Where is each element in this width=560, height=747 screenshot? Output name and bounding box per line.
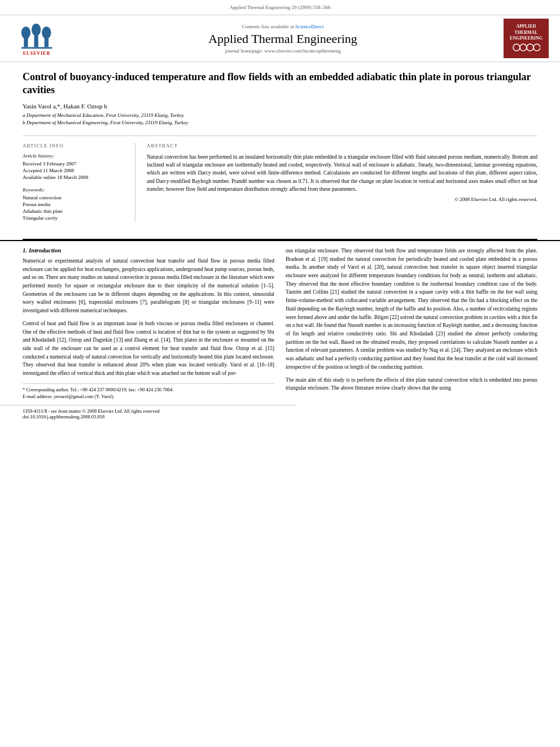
svg-point-10 xyxy=(533,44,540,51)
body-right-paragraph-1: ous triangular enclosure. They observed … xyxy=(286,247,537,372)
received-date: Received 3 February 2007 xyxy=(23,161,126,167)
keyword-3: Adiabatic thin plate xyxy=(23,208,126,214)
bottom-bar: 1359-4311/$ - see front matter © 2008 El… xyxy=(0,405,297,422)
footnote-section: * Corresponding author. Tel.: +90 424 23… xyxy=(23,383,274,400)
copyright-line: © 2008 Elsevier Ltd. All rights reserved… xyxy=(147,196,537,202)
elsevier-name: ELSEVIER xyxy=(23,51,50,56)
article-body: ARTICLE INFO Article history: Received 3… xyxy=(23,136,537,222)
affiliation-a: a Department of Mechanical Education, Fi… xyxy=(23,112,537,120)
section1-number: 1. xyxy=(23,247,27,254)
history-label: Article history: xyxy=(23,153,126,159)
keyword-4: Triangular cavity xyxy=(23,215,126,221)
keywords-label: Keywords: xyxy=(23,187,126,193)
article-content: Control of buoyancy-induced temperature … xyxy=(0,62,560,239)
section1-heading: Introduction xyxy=(29,247,61,254)
svg-point-5 xyxy=(42,27,51,39)
keywords-section: Keywords: Natural convection Porous medi… xyxy=(23,187,126,221)
body-paragraph-2: Control of heat and fluid flow is an imp… xyxy=(23,320,274,378)
science-direct-anchor[interactable]: ScienceDirect xyxy=(295,24,323,29)
logo-decoration xyxy=(512,42,540,53)
elsevier-tree-icon xyxy=(20,21,54,50)
abstract-text: Natural convection has been performed in… xyxy=(147,153,537,193)
header-center: Contents lists available at ScienceDirec… xyxy=(62,24,504,54)
accepted-date: Accepted 11 March 2008 xyxy=(23,168,126,173)
keyword-1: Natural convection xyxy=(23,195,126,200)
bottom-doi: doi:10.1016/j.applthermaleng.2008.03.018 xyxy=(23,414,274,420)
svg-rect-2 xyxy=(34,34,38,47)
journal-citation-bar: Applied Thermal Engineering 29 (2009) 55… xyxy=(0,0,560,15)
logo-line3: ENGINEERING xyxy=(510,36,542,41)
two-column-body: 1. Introduction Numerical or experimenta… xyxy=(23,247,537,422)
affiliations: a Department of Mechanical Education, Fi… xyxy=(23,112,537,127)
available-date: Available online 18 March 2008 xyxy=(23,174,126,180)
svg-point-9 xyxy=(527,44,533,51)
svg-point-3 xyxy=(32,23,41,36)
affiliation-b: b Department of Mechanical Engineering, … xyxy=(23,119,537,127)
abstract-header: ABSTRACT xyxy=(147,143,537,148)
page: Applied Thermal Engineering 29 (2009) 55… xyxy=(0,0,560,747)
author-names: Yasin Varol a,*, Hakan F. Oztop b xyxy=(23,103,107,110)
science-direct-link: Contents lists available at ScienceDirec… xyxy=(73,24,492,29)
svg-point-1 xyxy=(21,27,30,39)
keyword-2: Porous media xyxy=(23,202,126,207)
svg-rect-6 xyxy=(21,47,53,49)
journal-title: Applied Thermal Engineering xyxy=(73,32,492,46)
svg-point-7 xyxy=(513,44,520,51)
section1-title: 1. Introduction xyxy=(23,247,274,254)
footnote-email: E-mail address: ynvarol@gmail.com (Y. Va… xyxy=(23,394,274,400)
abstract-column: ABSTRACT Natural convection has been per… xyxy=(147,143,537,222)
elsevier-logo: ELSEVIER xyxy=(11,21,62,56)
article-info-column: ARTICLE INFO Article history: Received 3… xyxy=(23,143,135,222)
logo-line2: THERMAL xyxy=(514,30,537,36)
body-right-column: ous triangular enclosure. They observed … xyxy=(286,247,537,422)
journal-citation: Applied Thermal Engineering 29 (2009) 55… xyxy=(11,5,549,10)
article-title: Control of buoyancy-induced temperature … xyxy=(23,71,537,97)
footnote-star: * Corresponding author. Tel.: +90 424 23… xyxy=(23,387,274,394)
body-paragraph-1: Numerical or experimental analysis of na… xyxy=(23,257,274,315)
journal-header: ELSEVIER Contents lists available at Sci… xyxy=(0,15,560,62)
body-left-column: 1. Introduction Numerical or experimenta… xyxy=(23,247,274,422)
journal-logo-box: APPLIED THERMAL ENGINEERING xyxy=(504,19,549,58)
bottom-issn: 1359-4311/$ - see front matter © 2008 El… xyxy=(23,408,274,414)
article-info-header: ARTICLE INFO xyxy=(23,143,126,148)
journal-homepage: journal homepage: www.elsevier.com/locat… xyxy=(73,48,492,54)
svg-point-8 xyxy=(520,44,527,51)
body-right-paragraph-2: The main aim of this study is to perform… xyxy=(286,376,537,392)
logo-line1: APPLIED xyxy=(516,24,536,29)
main-body: 1. Introduction Numerical or experimenta… xyxy=(0,240,560,428)
authors: Yasin Varol a,*, Hakan F. Oztop b xyxy=(23,103,537,110)
